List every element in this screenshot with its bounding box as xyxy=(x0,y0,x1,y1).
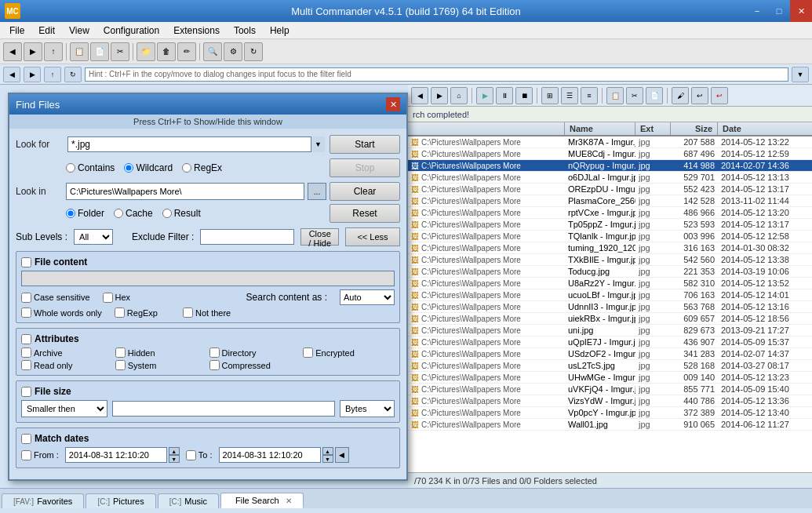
sub-levels-select[interactable]: All 1 2 3 xyxy=(74,229,113,245)
contains-radio[interactable] xyxy=(66,163,75,173)
maximize-button[interactable]: □ xyxy=(768,0,790,22)
read-only-label[interactable]: Read only xyxy=(21,360,113,370)
whole-words-label[interactable]: Whole words only xyxy=(21,307,102,318)
tb-refresh[interactable]: ↻ xyxy=(244,42,263,61)
exclude-input[interactable] xyxy=(200,229,294,245)
addr-go-btn[interactable]: ▼ xyxy=(792,67,809,82)
tb-forward[interactable]: ▶ xyxy=(24,42,42,61)
close-hide-button[interactable]: Close / Hide xyxy=(300,228,339,246)
content-search-input[interactable] xyxy=(21,271,395,286)
case-sensitive-check[interactable] xyxy=(21,293,31,303)
tb-settings[interactable]: ⚙ xyxy=(224,42,242,61)
archive-label[interactable]: Archive xyxy=(21,347,113,358)
tab-file-search[interactable]: File Search ✕ xyxy=(220,493,304,508)
tab-pictures[interactable]: [C:] Pictures xyxy=(86,493,155,508)
hex-check[interactable] xyxy=(103,293,113,303)
menu-view[interactable]: View xyxy=(63,24,96,38)
contains-radio-label[interactable]: Contains xyxy=(66,162,115,173)
menu-tools[interactable]: Tools xyxy=(228,24,262,38)
read-only-check[interactable] xyxy=(21,360,31,370)
look-for-input[interactable] xyxy=(67,136,325,152)
folder-radio-label[interactable]: Folder xyxy=(66,208,104,219)
tab-close-btn[interactable]: ✕ xyxy=(286,497,292,505)
tb-up[interactable]: ↑ xyxy=(44,42,63,61)
menu-help[interactable]: Help xyxy=(264,24,296,38)
from-date-up[interactable]: ▲ xyxy=(169,447,180,455)
not-there-check[interactable] xyxy=(183,307,193,318)
nav-refresh-btn[interactable]: ↻ xyxy=(64,67,82,82)
encrypted-check[interactable] xyxy=(303,347,313,358)
tb-copy[interactable]: 📋 xyxy=(70,42,89,61)
regex-radio-label[interactable]: RegEx xyxy=(182,162,222,173)
nav-up-btn[interactable]: ↑ xyxy=(44,67,61,82)
tb-new-folder[interactable]: 📁 xyxy=(137,42,155,61)
wildcard-radio[interactable] xyxy=(124,163,133,173)
tab-favorites[interactable]: [FAV:] Favorites xyxy=(2,493,84,508)
tab-music[interactable]: [C:] Music xyxy=(158,493,219,508)
regexp-label[interactable]: RegExp xyxy=(115,307,158,318)
menu-edit[interactable]: Edit xyxy=(32,24,61,38)
look-in-input[interactable] xyxy=(66,183,304,200)
tb-paste[interactable]: 📄 xyxy=(90,42,109,61)
hidden-label[interactable]: Hidden xyxy=(115,347,207,358)
hidden-check[interactable] xyxy=(115,347,126,358)
cache-radio-label[interactable]: Cache xyxy=(114,208,153,219)
hex-label[interactable]: Hex xyxy=(103,293,131,303)
result-radio-label[interactable]: Result xyxy=(162,208,201,219)
to-check-label[interactable]: To : xyxy=(186,450,213,460)
clear-button[interactable]: Clear xyxy=(330,182,400,201)
dialog-close-button[interactable]: ✕ xyxy=(386,97,400,111)
match-dates-checkbox[interactable] xyxy=(21,434,31,444)
folder-radio[interactable] xyxy=(66,209,75,218)
regexp-check[interactable] xyxy=(115,307,125,318)
attributes-checkbox[interactable] xyxy=(21,334,31,344)
address-input[interactable] xyxy=(85,67,788,82)
nav-back-btn[interactable]: ◀ xyxy=(3,67,20,82)
size-comparison-select[interactable]: Smaller then Larger then Equal xyxy=(21,400,107,417)
menu-file[interactable]: File xyxy=(3,24,31,38)
start-button[interactable]: Start xyxy=(330,135,400,154)
system-label[interactable]: System xyxy=(115,360,207,370)
tb-cut[interactable]: ✂ xyxy=(111,42,129,61)
menu-configuration[interactable]: Configuration xyxy=(97,24,166,38)
wildcard-radio-label[interactable]: Wildcard xyxy=(124,162,173,173)
file-size-checkbox[interactable] xyxy=(21,387,31,397)
directory-label[interactable]: Directory xyxy=(209,347,301,358)
from-date-input[interactable] xyxy=(65,447,167,463)
tb-rename[interactable]: ✏ xyxy=(177,42,196,61)
date-nav-btn[interactable]: ◀ xyxy=(335,447,349,463)
not-there-label[interactable]: Not there xyxy=(183,307,231,318)
directory-check[interactable] xyxy=(209,347,220,358)
from-date-down[interactable]: ▼ xyxy=(169,455,180,463)
regex-radio[interactable] xyxy=(182,163,191,173)
from-date-checkbox[interactable] xyxy=(21,450,31,460)
size-value-input[interactable] xyxy=(112,401,335,417)
reset-button[interactable]: Reset xyxy=(330,204,400,223)
result-radio[interactable] xyxy=(162,209,172,218)
tb-search[interactable]: 🔍 xyxy=(203,42,222,61)
close-button[interactable]: ✕ xyxy=(790,0,812,22)
encrypted-label[interactable]: Encrypted xyxy=(303,347,395,358)
search-content-select[interactable]: Auto xyxy=(340,289,395,305)
to-date-down[interactable]: ▼ xyxy=(322,455,333,463)
case-sensitive-label[interactable]: Case sensitive xyxy=(21,293,90,303)
archive-check[interactable] xyxy=(21,347,31,358)
whole-words-check[interactable] xyxy=(21,307,31,318)
file-content-checkbox[interactable] xyxy=(21,257,31,267)
compressed-label[interactable]: Compressed xyxy=(209,360,301,370)
browse-button[interactable]: ... xyxy=(308,183,326,200)
tb-back[interactable]: ◀ xyxy=(3,42,22,61)
menu-extensions[interactable]: Extensions xyxy=(167,24,226,38)
nav-forward-btn[interactable]: ▶ xyxy=(24,67,41,82)
minimize-button[interactable]: − xyxy=(746,0,768,22)
to-date-checkbox[interactable] xyxy=(186,450,196,460)
from-check-label[interactable]: From : xyxy=(21,450,59,460)
look-for-dropdown[interactable]: ▼ xyxy=(311,136,325,152)
cache-radio[interactable] xyxy=(114,209,123,218)
system-check[interactable] xyxy=(115,360,126,370)
to-date-input[interactable] xyxy=(219,447,321,463)
less-button[interactable]: << Less xyxy=(345,227,400,246)
compressed-check[interactable] xyxy=(209,360,220,370)
size-unit-select[interactable]: Bytes KB MB GB xyxy=(340,400,395,417)
to-date-up[interactable]: ▲ xyxy=(322,447,333,455)
